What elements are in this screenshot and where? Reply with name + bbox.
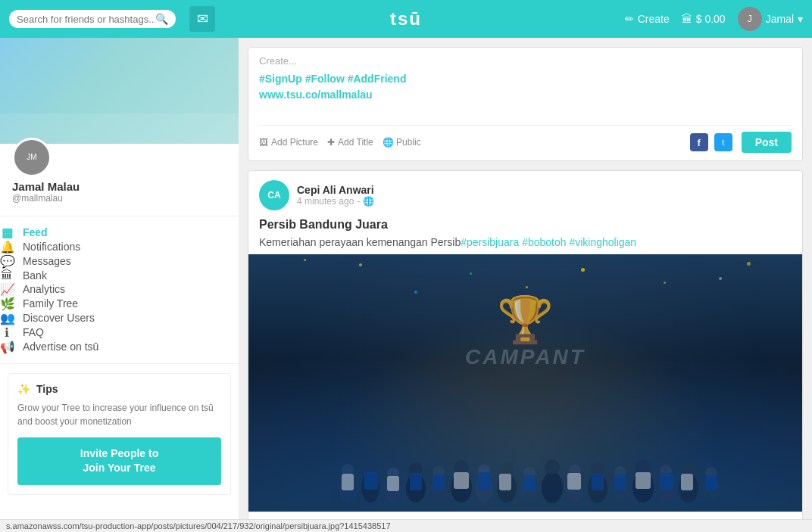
svg-rect-39 (636, 472, 651, 489)
analytics-icon: 📈 (0, 282, 14, 297)
globe-icon: 🌐 (363, 196, 374, 207)
globe-icon: 🌐 (383, 137, 394, 148)
search-bar[interactable]: 🔍 (9, 10, 176, 28)
post-author-avatar: CA (259, 180, 289, 210)
svg-rect-34 (342, 474, 354, 490)
divider (0, 363, 239, 364)
tips-header: ✨ Tips (17, 383, 221, 395)
svg-rect-42 (410, 473, 422, 490)
svg-rect-45 (523, 475, 536, 491)
post-hashtag-vikingholigan[interactable]: #vikingholigan (569, 236, 636, 248)
search-input[interactable] (17, 14, 155, 25)
sidebar-item-notifications[interactable]: 🔔 Notifications (0, 240, 239, 254)
feed-icon: ▦ (0, 226, 14, 240)
main-content: Create... #SignUp #Follow #AddFriend www… (239, 38, 812, 532)
nav-right-actions: ✏ Create 🏛 $ 0.00 J Jamal ▾ (625, 7, 803, 31)
svg-rect-37 (499, 474, 511, 490)
title-icon: ✚ (327, 137, 335, 148)
composer-textarea[interactable]: #SignUp #Follow #AddFriend www.tsu.co/ma… (259, 71, 792, 117)
sidebar-item-analytics[interactable]: 📈 Analytics (0, 282, 239, 297)
divider (0, 216, 239, 216)
post-separator: - (357, 196, 360, 207)
post-button[interactable]: Post (742, 132, 792, 153)
post-author-name[interactable]: Cepi Ali Anwari (297, 184, 792, 196)
url-bar: s.amazonawss.com/tsu-production-app/post… (0, 519, 812, 532)
banner-text: CAMPANT (465, 345, 586, 369)
sidebar-item-feed[interactable]: ▦ Feed (0, 226, 239, 240)
composer-header: Create... (259, 55, 792, 67)
svg-rect-44 (478, 472, 492, 490)
user-menu-button[interactable]: J Jamal ▾ (738, 7, 803, 31)
post-hashtag-persibjuara[interactable]: #persibjuara (461, 236, 519, 248)
tips-icon: ✨ (17, 383, 30, 395)
svg-rect-36 (454, 472, 469, 489)
bank-icon: 🏛 (682, 13, 692, 25)
post-time: 4 minutes ago - 🌐 (297, 196, 792, 207)
post-body-text: Kemeriahan perayaan kemenangan Persib (259, 236, 461, 248)
edit-icon: ✏ (625, 13, 634, 25)
sidebar-navigation: ▦ Feed 🔔 Notifications 💬 Messages 🏛 Bank… (0, 219, 239, 360)
bank-button[interactable]: 🏛 $ 0.00 (682, 13, 726, 25)
svg-rect-38 (567, 473, 581, 490)
svg-rect-43 (433, 474, 445, 490)
sidebar-item-messages[interactable]: 💬 Messages (0, 254, 239, 269)
page-wrapper: JM Jamal Malau @mallmalau ▦ Feed 🔔 Notif… (0, 0, 812, 532)
svg-point-18 (542, 471, 563, 503)
post-image-placeholder: CAMPANT 🏆 (248, 254, 802, 512)
tree-icon: 🌿 (0, 297, 14, 311)
bank-icon: 🏛 (0, 269, 14, 282)
sidebar-item-faq[interactable]: ℹ FAQ (0, 325, 239, 340)
sidebar-item-family-tree[interactable]: 🌿 Family Tree (0, 297, 239, 311)
crowd-svg (325, 383, 726, 504)
post-title: Persib Bandung Juara (248, 215, 802, 235)
sidebar-item-discover-users[interactable]: 👥 Discover Users (0, 311, 239, 325)
svg-rect-46 (592, 474, 604, 490)
svg-rect-41 (364, 472, 378, 490)
svg-rect-40 (681, 474, 693, 490)
composer-create-label: Create... (259, 55, 297, 67)
profile-info: JM Jamal Malau @mallmalau (0, 144, 239, 213)
profile-banner-image (0, 38, 239, 144)
sidebar-item-advertise[interactable]: 📢 Advertise on tsū (0, 340, 239, 354)
message-button[interactable]: ✉ (189, 6, 215, 32)
composer-actions: 🖼 Add Picture ✚ Add Title 🌐 Public f t P… (259, 125, 792, 153)
post-composer: Create... #SignUp #Follow #AddFriend www… (248, 47, 803, 161)
svg-rect-48 (660, 473, 673, 490)
top-navigation: 🔍 ✉ tsū ✏ Create 🏛 $ 0.00 J Jamal ▾ (0, 0, 812, 38)
facebook-icon[interactable]: f (690, 133, 708, 151)
profile-handle: @mallmalau (12, 193, 226, 204)
create-button[interactable]: ✏ Create (625, 13, 670, 25)
message-icon: ✉ (197, 11, 208, 27)
chat-icon: 💬 (0, 254, 14, 269)
avatar: JM (12, 138, 52, 177)
svg-rect-47 (614, 474, 626, 490)
invite-button[interactable]: Invite People toJoin Your Tree (17, 437, 221, 485)
post-hashtag-bobotoh[interactable]: #bobotoh (522, 236, 566, 248)
advertise-icon: 📢 (0, 340, 14, 354)
add-picture-button[interactable]: 🖼 Add Picture (259, 137, 318, 148)
svg-rect-49 (705, 475, 717, 490)
post-card: CA Cepi Ali Anwari 4 minutes ago - 🌐 Per… (248, 170, 803, 532)
svg-point-23 (591, 462, 604, 475)
tips-box: ✨ Tips Grow your Tree to increase your i… (8, 373, 231, 495)
info-icon: ℹ (0, 325, 14, 340)
post-body: Kemeriahan perayaan kemenangan Persib#pe… (248, 235, 802, 254)
social-share-icons: f t (690, 133, 732, 151)
svg-rect-35 (387, 476, 399, 491)
chevron-down-icon: ▾ (798, 13, 803, 25)
picture-icon: 🖼 (259, 137, 268, 148)
twitter-icon[interactable]: t (714, 133, 732, 151)
search-button[interactable]: 🔍 (155, 13, 168, 25)
sidebar-item-bank[interactable]: 🏛 Bank (0, 269, 239, 282)
tips-text: Grow your Tree to increase your influenc… (17, 401, 221, 428)
bell-icon: 🔔 (0, 240, 14, 254)
app-logo: tsū (390, 8, 422, 30)
svg-point-19 (545, 459, 560, 474)
sidebar: JM Jamal Malau @mallmalau ▦ Feed 🔔 Notif… (0, 38, 239, 532)
add-title-button[interactable]: ✚ Add Title (327, 137, 373, 148)
post-meta: Cepi Ali Anwari 4 minutes ago - 🌐 (297, 184, 792, 207)
visibility-button[interactable]: 🌐 Public (383, 137, 421, 148)
post-image: CAMPANT 🏆 (248, 254, 802, 512)
avatar: J (738, 7, 762, 31)
trophy-icon: 🏆 (497, 293, 554, 347)
